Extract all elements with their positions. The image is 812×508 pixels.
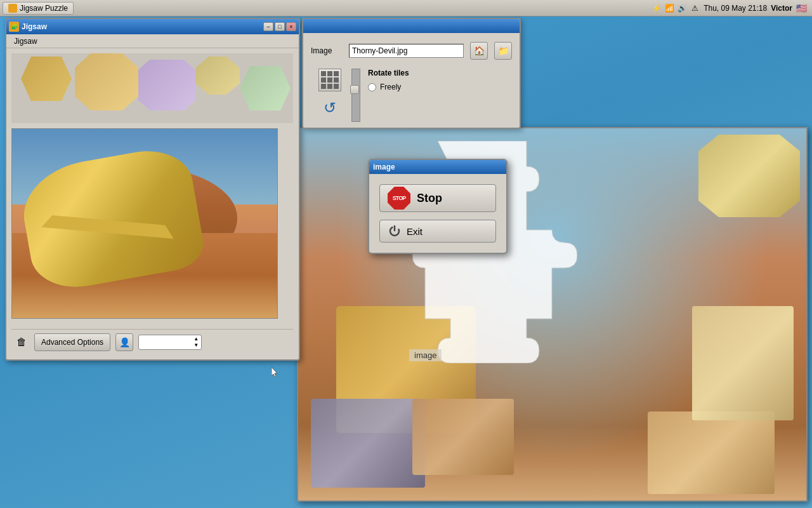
- home-button[interactable]: 🏠: [470, 42, 488, 60]
- stop-sign-icon: STOP: [388, 187, 410, 210]
- puzzle-piece-bottom2[interactable]: [412, 399, 514, 475]
- taskbar-app-label: Jigsaw Puzzle: [20, 4, 68, 13]
- flag-icon: 🇺🇸: [796, 3, 807, 13]
- taskbar-time: Thu, 09 May 21:18: [704, 4, 767, 13]
- maximize-button[interactable]: □: [275, 22, 285, 31]
- puzzle-piece-bottom3[interactable]: [648, 411, 775, 494]
- preview-image: [12, 129, 277, 318]
- piece-top-5[interactable]: [240, 66, 291, 110]
- taskbar-system-icons: ⚡ 📶 🔊 ⚠: [652, 3, 700, 13]
- config-window: Image 🏠 📁 ↺ Rotate tiles: [302, 18, 521, 129]
- window-menubar: Jigsaw: [6, 34, 299, 48]
- spinner-arrows[interactable]: ▲ ▼: [193, 336, 199, 348]
- dialog-content: STOP Stop Exit: [369, 174, 506, 253]
- preview-image-box: [11, 128, 278, 319]
- exit-button[interactable]: Exit: [379, 220, 496, 243]
- app-icon: [8, 4, 17, 13]
- freely-label: Freely: [380, 83, 401, 91]
- tray-icon-2: 📶: [664, 3, 674, 13]
- piece-top-1[interactable]: [21, 57, 72, 101]
- config-image-row: Image 🏠 📁: [311, 38, 512, 64]
- window-title-icon: 🧩: [9, 22, 19, 32]
- tray-icon-alert: ⚠: [690, 3, 700, 13]
- config-titlebar: [303, 19, 520, 33]
- close-button[interactable]: ×: [286, 22, 296, 31]
- top-pieces-area: [11, 53, 293, 123]
- rotate-tiles-section: Rotate tiles Freely: [363, 64, 512, 127]
- freely-radio[interactable]: [368, 83, 376, 91]
- config-lower: ↺ Rotate tiles Freely: [311, 64, 512, 127]
- stop-dialog: image STOP Stop Exit: [368, 159, 508, 254]
- jigsaw-main-window: 🧩 Jigsaw – □ × Jigsaw: [5, 18, 300, 361]
- stop-label: Stop: [417, 192, 442, 205]
- freely-radio-row: Freely: [368, 83, 507, 91]
- folder-button[interactable]: 📁: [494, 42, 512, 60]
- left-panel: 🗑 Advanced Options 👤 ▲ ▼: [6, 48, 298, 359]
- dialog-titlebar: image: [369, 160, 506, 174]
- tray-icon-1: ⚡: [652, 3, 662, 13]
- image-label-play: image: [409, 349, 442, 361]
- piece-top-2[interactable]: [75, 53, 138, 110]
- config-icons-col: ↺: [311, 64, 349, 127]
- power-icon: [388, 224, 402, 238]
- taskbar-app-button[interactable]: Jigsaw Puzzle: [3, 2, 74, 15]
- piece-top-4[interactable]: [195, 57, 240, 95]
- vertical-slider[interactable]: [351, 69, 360, 122]
- tray-icon-3: 🔊: [677, 3, 687, 13]
- taskbar-right: ⚡ 📶 🔊 ⚠ Thu, 09 May 21:18 Victor 🇺🇸: [646, 3, 812, 13]
- image-label: Image: [311, 46, 343, 55]
- rotate-button[interactable]: ↺: [318, 97, 341, 119]
- taskbar-user: Victor: [771, 4, 792, 13]
- grid-button[interactable]: [318, 69, 341, 91]
- person-button[interactable]: 👤: [115, 333, 133, 351]
- window-titlebar: 🧩 Jigsaw – □ ×: [6, 19, 299, 34]
- rotate-tiles-label: Rotate tiles: [368, 69, 507, 77]
- stop-sign-text: STOP: [393, 195, 405, 201]
- dialog-title: image: [373, 163, 395, 171]
- menu-jigsaw[interactable]: Jigsaw: [9, 36, 43, 47]
- bottom-toolbar: 🗑 Advanced Options 👤 ▲ ▼: [11, 329, 293, 354]
- window-content: 🗑 Advanced Options 👤 ▲ ▼: [6, 48, 299, 359]
- stop-button[interactable]: STOP Stop: [379, 184, 496, 212]
- puzzle-piece-tr1[interactable]: [698, 135, 800, 217]
- minimize-button[interactable]: –: [263, 22, 273, 31]
- config-content: Image 🏠 📁 ↺ Rotate tiles: [303, 33, 520, 132]
- image-filename-input[interactable]: [349, 44, 464, 58]
- taskbar-left: Jigsaw Puzzle: [0, 2, 76, 15]
- window-controls: – □ ×: [263, 22, 296, 31]
- exit-label: Exit: [407, 226, 422, 237]
- advanced-options-button[interactable]: Advanced Options: [34, 333, 110, 351]
- spinner-input[interactable]: ▲ ▼: [138, 335, 202, 350]
- slider-thumb: [350, 85, 359, 94]
- taskbar: Jigsaw Puzzle ⚡ 📶 🔊 ⚠ Thu, 09 May 21:18 …: [0, 0, 812, 17]
- piece-top-3[interactable]: [138, 60, 195, 110]
- puzzle-piece-bottom1[interactable]: [311, 399, 425, 488]
- trash-button[interactable]: 🗑: [14, 333, 29, 351]
- puzzle-piece-right1[interactable]: [692, 306, 794, 420]
- window-title: Jigsaw: [22, 22, 263, 31]
